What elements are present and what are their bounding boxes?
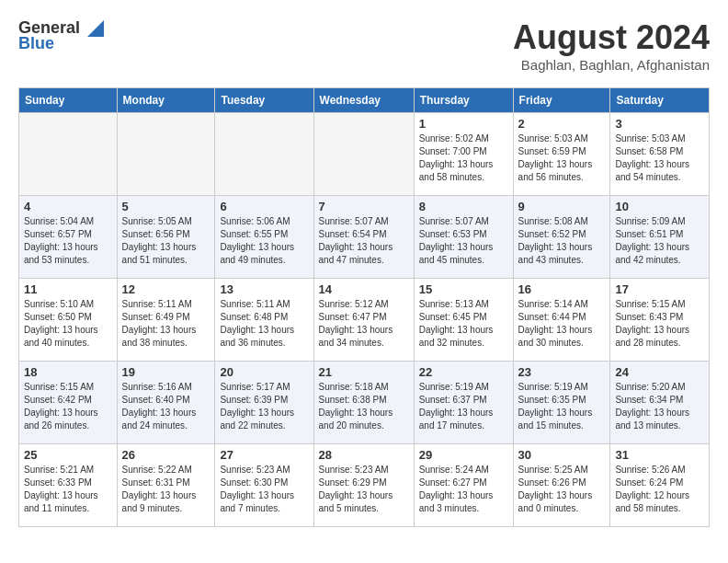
logo: General Blue [18, 18, 104, 53]
calendar-cell: 5Sunrise: 5:05 AM Sunset: 6:56 PM Daylig… [117, 196, 215, 279]
day-number: 27 [220, 448, 308, 462]
day-number: 5 [122, 200, 210, 213]
day-info: Sunrise: 5:07 AM Sunset: 6:53 PM Dayligh… [419, 215, 508, 267]
calendar-cell: 10Sunrise: 5:09 AM Sunset: 6:51 PM Dayli… [610, 196, 710, 279]
day-number: 21 [319, 365, 409, 379]
day-number: 8 [419, 200, 508, 213]
day-info: Sunrise: 5:26 AM Sunset: 6:24 PM Dayligh… [615, 464, 704, 515]
day-number: 18 [24, 365, 112, 379]
calendar-week-row: 4Sunrise: 5:04 AM Sunset: 6:57 PM Daylig… [19, 196, 710, 279]
weekday-header-sunday: Sunday [19, 88, 118, 113]
day-number: 6 [220, 200, 308, 213]
day-info: Sunrise: 5:23 AM Sunset: 6:30 PM Dayligh… [220, 464, 308, 515]
weekday-header-thursday: Thursday [414, 88, 513, 113]
calendar-cell: 27Sunrise: 5:23 AM Sunset: 6:30 PM Dayli… [215, 444, 313, 527]
day-info: Sunrise: 5:22 AM Sunset: 6:31 PM Dayligh… [122, 464, 210, 515]
day-number: 9 [518, 200, 606, 213]
calendar-cell: 19Sunrise: 5:16 AM Sunset: 6:40 PM Dayli… [117, 362, 215, 444]
calendar-cell: 22Sunrise: 5:19 AM Sunset: 6:37 PM Dayli… [414, 362, 513, 444]
day-info: Sunrise: 5:05 AM Sunset: 6:56 PM Dayligh… [122, 215, 210, 267]
calendar-cell: 16Sunrise: 5:14 AM Sunset: 6:44 PM Dayli… [513, 279, 610, 362]
day-number: 17 [615, 282, 704, 296]
calendar-cell: 8Sunrise: 5:07 AM Sunset: 6:53 PM Daylig… [414, 196, 513, 279]
day-number: 1 [419, 117, 508, 131]
day-info: Sunrise: 5:08 AM Sunset: 6:52 PM Dayligh… [518, 215, 606, 267]
logo-icon [84, 20, 104, 37]
day-info: Sunrise: 5:25 AM Sunset: 6:26 PM Dayligh… [518, 464, 606, 515]
calendar-cell: 12Sunrise: 5:11 AM Sunset: 6:49 PM Dayli… [117, 279, 215, 362]
location-subtitle: Baghlan, Baghlan, Afghanistan [513, 57, 710, 73]
calendar-cell: 7Sunrise: 5:07 AM Sunset: 6:54 PM Daylig… [313, 196, 414, 279]
weekday-header-saturday: Saturday [610, 88, 710, 113]
calendar-cell: 24Sunrise: 5:20 AM Sunset: 6:34 PM Dayli… [610, 362, 710, 444]
weekday-header-monday: Monday [117, 88, 215, 113]
day-info: Sunrise: 5:06 AM Sunset: 6:55 PM Dayligh… [220, 215, 308, 267]
calendar-week-row: 11Sunrise: 5:10 AM Sunset: 6:50 PM Dayli… [19, 279, 710, 362]
day-info: Sunrise: 5:19 AM Sunset: 6:37 PM Dayligh… [419, 381, 508, 432]
calendar-week-row: 25Sunrise: 5:21 AM Sunset: 6:33 PM Dayli… [19, 444, 710, 527]
svg-marker-0 [87, 20, 104, 37]
calendar-cell [19, 113, 118, 196]
day-number: 11 [24, 282, 112, 296]
calendar-cell: 25Sunrise: 5:21 AM Sunset: 6:33 PM Dayli… [19, 444, 118, 527]
day-number: 31 [615, 448, 704, 462]
day-info: Sunrise: 5:23 AM Sunset: 6:29 PM Dayligh… [319, 464, 409, 515]
day-info: Sunrise: 5:02 AM Sunset: 7:00 PM Dayligh… [419, 132, 508, 184]
calendar-cell: 3Sunrise: 5:03 AM Sunset: 6:58 PM Daylig… [610, 113, 710, 196]
calendar-cell: 23Sunrise: 5:19 AM Sunset: 6:35 PM Dayli… [513, 362, 610, 444]
calendar-cell: 31Sunrise: 5:26 AM Sunset: 6:24 PM Dayli… [610, 444, 710, 527]
day-number: 24 [615, 365, 704, 379]
day-number: 2 [518, 117, 606, 131]
month-title: August 2024 [513, 18, 710, 57]
title-area: August 2024 Baghlan, Baghlan, Afghanista… [513, 18, 710, 73]
day-info: Sunrise: 5:07 AM Sunset: 6:54 PM Dayligh… [319, 215, 409, 267]
weekday-header-friday: Friday [513, 88, 610, 113]
day-number: 25 [24, 448, 112, 462]
day-number: 20 [220, 365, 308, 379]
day-info: Sunrise: 5:21 AM Sunset: 6:33 PM Dayligh… [24, 464, 112, 515]
day-number: 4 [24, 200, 112, 213]
weekday-header-wednesday: Wednesday [313, 88, 414, 113]
calendar-cell: 9Sunrise: 5:08 AM Sunset: 6:52 PM Daylig… [513, 196, 610, 279]
day-info: Sunrise: 5:11 AM Sunset: 6:48 PM Dayligh… [220, 298, 308, 350]
calendar-cell [215, 113, 313, 196]
calendar-cell: 15Sunrise: 5:13 AM Sunset: 6:45 PM Dayli… [414, 279, 513, 362]
day-info: Sunrise: 5:10 AM Sunset: 6:50 PM Dayligh… [24, 298, 112, 350]
calendar-cell: 20Sunrise: 5:17 AM Sunset: 6:39 PM Dayli… [215, 362, 313, 444]
day-info: Sunrise: 5:11 AM Sunset: 6:49 PM Dayligh… [122, 298, 210, 350]
day-info: Sunrise: 5:03 AM Sunset: 6:59 PM Dayligh… [518, 132, 606, 184]
weekday-header-tuesday: Tuesday [215, 88, 313, 113]
day-number: 19 [122, 365, 210, 379]
day-info: Sunrise: 5:19 AM Sunset: 6:35 PM Dayligh… [518, 381, 606, 432]
day-number: 14 [319, 282, 409, 296]
day-info: Sunrise: 5:13 AM Sunset: 6:45 PM Dayligh… [419, 298, 508, 350]
calendar-cell: 11Sunrise: 5:10 AM Sunset: 6:50 PM Dayli… [19, 279, 118, 362]
day-info: Sunrise: 5:09 AM Sunset: 6:51 PM Dayligh… [615, 215, 704, 267]
day-number: 13 [220, 282, 308, 296]
calendar-cell: 18Sunrise: 5:15 AM Sunset: 6:42 PM Dayli… [19, 362, 118, 444]
calendar-table: SundayMondayTuesdayWednesdayThursdayFrid… [18, 87, 710, 527]
calendar-cell: 26Sunrise: 5:22 AM Sunset: 6:31 PM Dayli… [117, 444, 215, 527]
day-number: 22 [419, 365, 508, 379]
day-info: Sunrise: 5:15 AM Sunset: 6:42 PM Dayligh… [24, 381, 112, 432]
day-info: Sunrise: 5:16 AM Sunset: 6:40 PM Dayligh… [122, 381, 210, 432]
calendar-week-row: 1Sunrise: 5:02 AM Sunset: 7:00 PM Daylig… [19, 113, 710, 196]
day-info: Sunrise: 5:03 AM Sunset: 6:58 PM Dayligh… [615, 132, 704, 184]
calendar-cell: 14Sunrise: 5:12 AM Sunset: 6:47 PM Dayli… [313, 279, 414, 362]
calendar-cell: 2Sunrise: 5:03 AM Sunset: 6:59 PM Daylig… [513, 113, 610, 196]
day-number: 29 [419, 448, 508, 462]
calendar-cell: 28Sunrise: 5:23 AM Sunset: 6:29 PM Dayli… [313, 444, 414, 527]
day-number: 26 [122, 448, 210, 462]
calendar-cell: 30Sunrise: 5:25 AM Sunset: 6:26 PM Dayli… [513, 444, 610, 527]
day-number: 7 [319, 200, 409, 213]
calendar-cell: 4Sunrise: 5:04 AM Sunset: 6:57 PM Daylig… [19, 196, 118, 279]
day-number: 23 [518, 365, 606, 379]
day-info: Sunrise: 5:12 AM Sunset: 6:47 PM Dayligh… [319, 298, 409, 350]
calendar-cell [313, 113, 414, 196]
day-number: 15 [419, 282, 508, 296]
day-info: Sunrise: 5:14 AM Sunset: 6:44 PM Dayligh… [518, 298, 606, 350]
day-info: Sunrise: 5:15 AM Sunset: 6:43 PM Dayligh… [615, 298, 704, 350]
day-number: 3 [615, 117, 704, 131]
day-info: Sunrise: 5:18 AM Sunset: 6:38 PM Dayligh… [319, 381, 409, 432]
calendar-week-row: 18Sunrise: 5:15 AM Sunset: 6:42 PM Dayli… [19, 362, 710, 444]
